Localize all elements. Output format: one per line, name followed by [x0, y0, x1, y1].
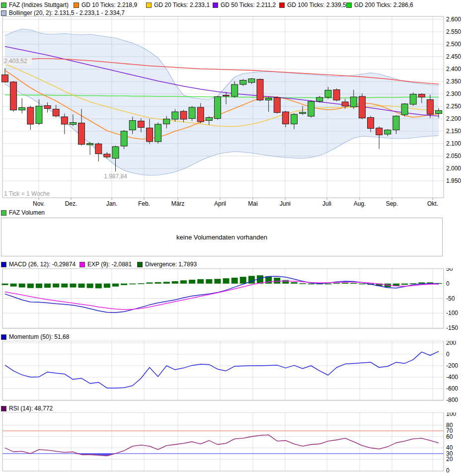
candle-down: [197, 107, 204, 122]
y-axis-label: -200: [446, 362, 458, 369]
candle-down: [53, 109, 59, 116]
divergence-bar: [10, 284, 17, 287]
legend-item-macd: MACD (26, 12): -0,29874: [1, 261, 76, 268]
month-label: Jan.: [106, 200, 118, 207]
y-axis-label: 0: [446, 467, 450, 474]
candle-up: [163, 119, 170, 124]
divergence-bar: [223, 278, 230, 284]
divergence-bar: [197, 279, 204, 284]
exp-legend-label: EXP (9): -2,0881: [87, 261, 132, 268]
candle-up: [240, 80, 246, 85]
legend-item-gd100: GD 100 Ticks: 2.339,5: [279, 1, 346, 8]
y-axis-label: 2.550: [446, 28, 461, 35]
candle-down: [359, 96, 365, 118]
divergence-bar: [410, 283, 416, 284]
legend-item-divergence: Divergence: 1,7893: [137, 261, 197, 268]
divergence-bar: [350, 283, 357, 284]
divergence-bar: [61, 284, 68, 288]
macd-line: [5, 276, 439, 313]
candle-up: [129, 121, 136, 130]
rsi-panel: 1008070604030200: [0, 412, 467, 476]
divergence-bar: [206, 279, 212, 284]
candle-down: [146, 128, 153, 142]
month-label: Juni: [280, 200, 291, 207]
y-axis-label: 200: [446, 341, 456, 346]
y-axis-label: 0: [446, 351, 450, 358]
legend-item-exp: EXP (9): -2,0881: [79, 261, 132, 268]
month-label: Feb.: [138, 200, 150, 207]
divergence-bar: [342, 283, 348, 284]
y-axis-label: 2.500: [446, 41, 461, 48]
y-axis-label: 2.300: [446, 90, 461, 97]
y-axis-label: 2.100: [446, 140, 461, 147]
y-axis-label: -100: [446, 310, 458, 317]
candle-up: [155, 124, 161, 142]
month-label: Mai: [248, 200, 257, 207]
divergence-bar: [418, 282, 425, 283]
high-annotation: 2.403,52: [4, 58, 27, 65]
legend-item-gd10: GD 10 Ticks: 2.218,9: [74, 1, 137, 8]
y-axis-label: 60: [446, 433, 453, 440]
y-axis-label: -800: [446, 397, 458, 402]
legend-row-rsi: RSI (14): 48,772: [0, 405, 467, 413]
gd20-legend-swatch: [146, 2, 152, 8]
y-axis-label: 2.400: [446, 66, 461, 73]
rsi-legend-swatch: [1, 406, 6, 411]
candle-up: [435, 111, 442, 114]
gd200-legend-swatch: [346, 2, 352, 8]
faz-volumen-legend-swatch: [1, 210, 6, 216]
candle-up: [291, 114, 297, 124]
candle-down: [2, 75, 8, 82]
candle-down: [104, 154, 110, 157]
momentum-legend-label: Momentum (50): 51,68: [9, 333, 69, 340]
divergence-bar: [300, 283, 306, 284]
legend-row-volume: FAZ Volumen: [0, 209, 467, 217]
divergence-bar: [104, 284, 110, 288]
candle-up: [172, 112, 178, 119]
y-axis-label: -50: [446, 295, 455, 302]
candle-up: [316, 97, 323, 101]
y-axis-label: 2.000: [446, 165, 461, 172]
divergence-bar: [138, 283, 144, 284]
month-label: Sep.: [386, 200, 398, 207]
faz-chart-page: FAZ (Indizes Stuttgart)GD 10 Ticks: 2.21…: [0, 0, 467, 476]
divergence-bar: [78, 284, 85, 288]
legend-row-momentum: Momentum (50): 51,68: [0, 333, 467, 341]
divergence-bar: [359, 284, 365, 285]
macd-legend-swatch: [1, 262, 6, 267]
candle-up: [265, 98, 272, 100]
divergence-bar: [333, 283, 340, 284]
y-axis-label: 50: [446, 268, 453, 272]
faz-volumen-legend-label: FAZ Volumen: [9, 209, 45, 216]
candle-up: [248, 79, 255, 83]
divergence-bar: [274, 278, 280, 284]
candle-down: [427, 100, 433, 115]
candle-up: [121, 131, 127, 146]
legend-item-gd50: GD 50 Ticks: 2.211,2: [213, 1, 276, 8]
candle-up: [87, 144, 93, 145]
rsi-line: [5, 435, 439, 456]
y-axis-label: 2.050: [446, 153, 461, 159]
legend-item-gd200: GD 200 Ticks: 2.286,6: [346, 1, 413, 8]
legend-row-macd: MACD (26, 12): -0,29874EXP (9): -2,0881D…: [0, 261, 467, 269]
divergence-bar: [172, 281, 178, 284]
legend-row-main-1: FAZ (Indizes Stuttgart)GD 10 Ticks: 2.21…: [0, 1, 467, 9]
candle-up: [300, 112, 306, 114]
candle-up: [206, 118, 212, 121]
candle-down: [376, 128, 383, 135]
divergence-bar: [401, 284, 408, 285]
divergence-bar: [232, 278, 238, 284]
candle-up: [232, 84, 238, 96]
divergence-legend-swatch: [137, 262, 143, 267]
candle-up: [325, 90, 331, 98]
candle-up: [189, 107, 195, 119]
divergence-bar: [325, 284, 331, 285]
momentum-line: [5, 351, 439, 388]
candle-down: [257, 79, 263, 100]
low-annotation: 1.987,84: [104, 173, 127, 180]
candle-up: [214, 97, 221, 119]
y-axis-label: -400: [446, 374, 458, 381]
legend-item-momentum: Momentum (50): 51,68: [1, 333, 69, 340]
rsi-legend-label: RSI (14): 48,772: [9, 405, 53, 412]
macd-panel: 500-50-100-150: [0, 268, 467, 330]
